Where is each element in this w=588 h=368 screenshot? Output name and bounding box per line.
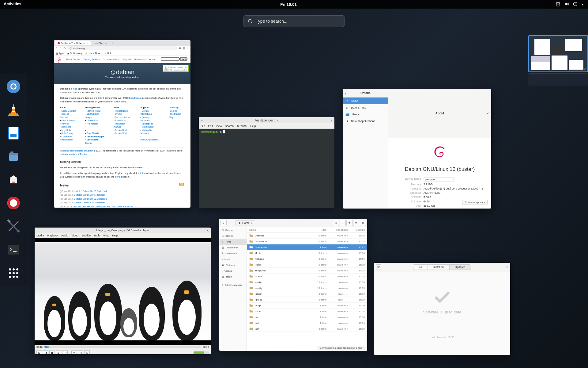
activities-search[interactable]: Type to search... bbox=[243, 15, 345, 27]
link-release[interactable]: latest stable release of Debian bbox=[64, 150, 93, 152]
rss-badge[interactable]: RSS bbox=[179, 183, 184, 186]
sidebar-item-videos[interactable]: ▸Videos bbox=[219, 268, 247, 274]
menu-file[interactable]: File bbox=[201, 125, 205, 128]
sitemap-link[interactable]: Free Software bbox=[61, 119, 75, 121]
dock-help[interactable] bbox=[5, 194, 22, 212]
dock-writer[interactable] bbox=[5, 125, 22, 142]
site-search-button[interactable]: Search bbox=[179, 57, 187, 61]
file-row-music[interactable]: Music0 itemsdrwxr-xr-x15:18 bbox=[247, 250, 367, 256]
menu-subtitle[interactable]: Subtitle bbox=[81, 234, 91, 237]
sitemap-link[interactable]: Mailing Lists bbox=[142, 126, 154, 128]
menu-icon[interactable] bbox=[187, 47, 189, 50]
back-icon[interactable] bbox=[55, 47, 58, 50]
playlist-button[interactable] bbox=[71, 350, 77, 354]
menu-edit[interactable]: Edit bbox=[208, 125, 213, 128]
window-vlc[interactable]: Life_in_the_Colony.ogv - VLC media playe… bbox=[35, 228, 211, 354]
file-row-dot-pki[interactable]: .pki1 itemdrwx------15:34 bbox=[247, 320, 367, 326]
window-browser[interactable]: Debian -- The Univers× New Tab× + debian… bbox=[54, 40, 190, 208]
menu-view[interactable]: View bbox=[103, 234, 109, 237]
menu-help[interactable]: Help bbox=[250, 125, 256, 128]
dock-files[interactable] bbox=[5, 148, 22, 165]
sitemap-link[interactable]: Bug reports bbox=[142, 123, 153, 125]
sidebar-item-home[interactable]: ⌂Home bbox=[219, 239, 247, 245]
tab-all[interactable]: All bbox=[413, 265, 428, 270]
check-updates-button[interactable]: Check for updates bbox=[462, 200, 488, 205]
file-row-downloads[interactable]: Downloads1 itemdrwxr-xr-x15:47 bbox=[247, 244, 367, 250]
sitemap-link[interactable]: Security Information bbox=[141, 116, 151, 122]
refresh-button[interactable]: ⟳ bbox=[376, 264, 381, 270]
sitemap-link[interactable]: Project News bbox=[115, 110, 128, 112]
sidebar-item-starred[interactable]: ☆Starred bbox=[219, 233, 247, 239]
window-terminal[interactable]: – test@penguin: ~ × FileEditViewSearchTe… bbox=[199, 117, 334, 208]
window-files[interactable]: ‹ › Home▾ ▾ ≡ × ◷Recent☆Starred⌂Home▤Doc… bbox=[219, 219, 367, 351]
sitemap-link[interactable]: Documentation bbox=[115, 116, 130, 118]
terminal-output[interactable]: test@penguin:~$ bbox=[199, 129, 334, 135]
dock-show-apps[interactable] bbox=[5, 264, 22, 282]
menu-tools[interactable]: Tools bbox=[94, 234, 100, 237]
file-row-dot-ssh[interactable]: .ssh0 itemsdrwxr-xr-x15:19 bbox=[247, 326, 367, 332]
volume-icon[interactable] bbox=[564, 2, 569, 7]
sitemap-link[interactable]: Code of Conduct bbox=[60, 113, 69, 118]
link-versions[interactable]: available versions of Debian bbox=[60, 153, 87, 155]
reload-icon[interactable] bbox=[63, 47, 66, 50]
column-headers[interactable]: NameSizePermissionsModified bbox=[247, 227, 367, 233]
file-row-dot-local[interactable]: .local1 itemdrwxr-xr-x15:18 bbox=[247, 309, 367, 314]
network-icon[interactable] bbox=[556, 2, 560, 7]
file-row-dot-nv[interactable]: .nv1 itemdrwxr-xr-x15:18 bbox=[247, 314, 367, 320]
sitemap-link[interactable]: Donations bbox=[61, 126, 71, 128]
news-link[interactable]: Updated Debian 9: 9.11 released bbox=[74, 194, 106, 196]
play-button[interactable] bbox=[36, 350, 42, 354]
tab-updates[interactable]: Updates bbox=[450, 265, 471, 270]
close-icon[interactable]: × bbox=[505, 265, 508, 269]
file-row-desktop[interactable]: Desktop0 itemsdrwxr-xr-x15:18 bbox=[247, 233, 367, 239]
bookmark-debian-org[interactable]: ◉Debian.org bbox=[67, 52, 82, 55]
sitemap-link[interactable]: CD vendors bbox=[86, 119, 98, 121]
bookmark-latest-news[interactable]: ⚡Latest News bbox=[85, 52, 101, 55]
power-icon[interactable] bbox=[573, 2, 578, 7]
dock-software[interactable] bbox=[5, 171, 22, 188]
menu-video[interactable]: Video bbox=[71, 234, 78, 237]
nav-link-documentation[interactable]: Documentation bbox=[103, 58, 119, 61]
sitemap-link[interactable]: Contact Us bbox=[61, 136, 72, 138]
new-tab-button[interactable]: + bbox=[110, 42, 115, 44]
close-icon[interactable]: × bbox=[486, 111, 489, 116]
menu-audio[interactable]: Audio bbox=[61, 234, 68, 237]
site-search-input[interactable] bbox=[161, 57, 179, 61]
sitemap-link[interactable]: Search bbox=[170, 110, 177, 112]
sitemap-link[interactable]: CD/USB ISO images bbox=[85, 113, 99, 118]
view-list-button[interactable] bbox=[340, 220, 346, 226]
sitemap-link[interactable]: Partners bbox=[61, 123, 69, 125]
news-link[interactable]: Updated Debian 10: 10.2 released bbox=[74, 190, 107, 192]
sidebar-item-pictures[interactable]: ▣Pictures bbox=[219, 262, 247, 268]
sitemap-link[interactable]: Debian Packages bbox=[86, 136, 104, 138]
news-link[interactable]: Updated Debian 9: 9.10 released bbox=[74, 201, 106, 204]
browser-tab-debian[interactable]: Debian -- The Univers× bbox=[55, 41, 91, 45]
avatar-icon[interactable] bbox=[183, 47, 185, 50]
stop-button[interactable] bbox=[49, 350, 55, 354]
bookmark-apps[interactable]: ▦Apps bbox=[56, 52, 64, 55]
sitemap-link[interactable]: Debian Books bbox=[115, 129, 129, 131]
menu-media[interactable]: Media bbox=[36, 234, 44, 237]
back-icon[interactable]: ‹ bbox=[345, 91, 346, 96]
file-row-videos[interactable]: Videos0 itemsdrwxr-xr-x15:18 bbox=[247, 274, 367, 279]
sidebar-item-other-locations[interactable]: +Other Locations bbox=[219, 281, 247, 288]
sitemap-link[interactable]: Ports/Architectures bbox=[141, 139, 159, 141]
dock-chromium[interactable] bbox=[5, 78, 22, 95]
news-link[interactable]: DebConf19 closes in Curitiba and DebConf… bbox=[73, 205, 133, 208]
sidebar-item-music[interactable]: ♪Music bbox=[219, 256, 247, 262]
volume-slider[interactable] bbox=[194, 351, 209, 354]
close-icon[interactable]: × bbox=[330, 118, 333, 123]
menu-help[interactable]: Help bbox=[112, 234, 118, 237]
sitemap-link[interactable]: Legal Info bbox=[61, 129, 71, 131]
nav-link-developers-corner[interactable]: Developers' Corner bbox=[134, 58, 155, 61]
sitemap-link[interactable]: The Debian Blog bbox=[169, 113, 181, 118]
browser-tab-new[interactable]: New Tab× bbox=[91, 41, 109, 45]
tab-installed[interactable]: Installed bbox=[428, 265, 450, 270]
close-icon[interactable]: × bbox=[206, 228, 209, 233]
path-bar[interactable]: Home▾ bbox=[235, 220, 255, 225]
link-packages[interactable]: packages bbox=[130, 97, 141, 99]
hamburger-button[interactable]: ≡ bbox=[353, 220, 359, 226]
dock-vlc[interactable] bbox=[5, 101, 22, 118]
forward-button[interactable]: › bbox=[228, 220, 234, 226]
file-row-public[interactable]: Public0 itemsdrwxr-xr-x15:18 bbox=[247, 262, 367, 268]
